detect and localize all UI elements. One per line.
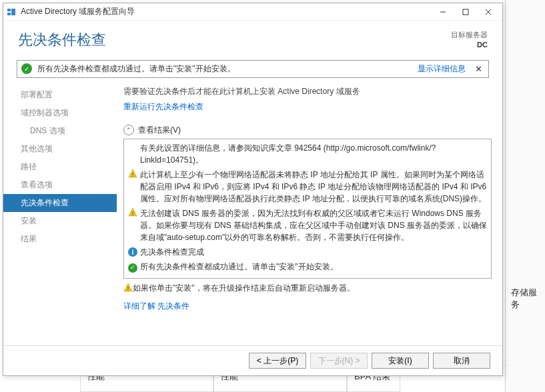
bg-storage-label: 存储服务 bbox=[511, 287, 545, 311]
maximize-button[interactable] bbox=[454, 5, 477, 19]
result-row: !此计算机上至少有一个物理网络适配器未将静态 IP 地址分配给其 IP 属性。如… bbox=[128, 169, 487, 205]
result-text: 无法创建该 DNS 服务器的委派，因为无法找到有权威的父区域或者它未运行 Win… bbox=[140, 207, 487, 243]
result-text: 此计算机上至少有一个物理网络适配器未将静态 IP 地址分配给其 IP 属性。如果… bbox=[140, 169, 487, 205]
warning-icon: ! bbox=[123, 283, 133, 292]
results-header: ⌃ 查看结果(V) bbox=[123, 125, 492, 136]
sidebar-item-4[interactable]: 路径 bbox=[3, 158, 117, 176]
result-row: !无法创建该 DNS 服务器的委派，因为无法找到有权威的父区域或者它未运行 Wi… bbox=[128, 207, 487, 243]
svg-rect-2 bbox=[7, 13, 11, 15]
svg-text:!: ! bbox=[132, 210, 134, 217]
sidebar-item-2[interactable]: DNS 选项 bbox=[3, 122, 117, 140]
svg-rect-0 bbox=[7, 9, 11, 11]
warning-icon: ! bbox=[128, 207, 137, 217]
previous-button[interactable]: < 上一步(P) bbox=[249, 353, 306, 369]
sidebar-item-1[interactable]: 域控制器选项 bbox=[3, 104, 117, 122]
collapse-toggle[interactable]: ⌃ bbox=[123, 125, 134, 135]
intro-text: 需要验证先决条件后才能在此计算机上安装 Active Directory 域服务 bbox=[123, 86, 492, 97]
results-header-label: 查看结果(V) bbox=[138, 125, 181, 136]
result-row: ✓所有先决条件检查都成功通过。请单击"安装"开始安装。 bbox=[128, 261, 487, 273]
header: 先决条件检查 目标服务器 DC bbox=[3, 21, 502, 57]
info-icon: i bbox=[128, 247, 137, 257]
wizard-window: Active Directory 域服务配置向导 先决条件检查 目标服务器 DC… bbox=[3, 3, 503, 376]
result-text: 先决条件检查完成 bbox=[140, 246, 487, 258]
success-icon: ✓ bbox=[128, 263, 137, 273]
sidebar-item-6: 先决条件检查 bbox=[3, 194, 117, 212]
sidebar-item-8[interactable]: 结果 bbox=[3, 230, 117, 248]
notice-close-button[interactable]: ✕ bbox=[472, 64, 484, 74]
learn-prefix: 详细了解 bbox=[123, 301, 157, 311]
result-text: 所有先决条件检查都成功通过。请单击"安装"开始安装。 bbox=[140, 261, 487, 273]
result-row: 有关此设置的详细信息，请参阅知识库文章 942564 (http://go.mi… bbox=[128, 142, 487, 166]
restart-warning: ! 如果你单击"安装"，将在升级操作结束后自动重新启动服务器。 bbox=[123, 283, 492, 294]
cancel-button[interactable]: 取消 bbox=[433, 353, 490, 369]
target-server-label: 目标服务器 bbox=[451, 30, 488, 40]
svg-text:!: ! bbox=[132, 171, 134, 178]
svg-text:!: ! bbox=[127, 285, 129, 292]
sidebar-item-5[interactable]: 查看选项 bbox=[3, 176, 117, 194]
sidebar: 部署配置域控制器选项DNS 选项其他选项路径查看选项先决条件检查安装结果 bbox=[3, 83, 117, 345]
minimize-button[interactable] bbox=[432, 5, 454, 19]
install-button[interactable]: 安装(I) bbox=[372, 353, 429, 369]
sidebar-item-3[interactable]: 其他选项 bbox=[3, 140, 117, 158]
footer: < 上一步(P) 下一步(N) > 安装(I) 取消 bbox=[3, 345, 502, 375]
next-button: 下一步(N) > bbox=[310, 353, 368, 369]
sidebar-item-0[interactable]: 部署配置 bbox=[3, 86, 117, 104]
main-panel: 需要验证先决条件后才能在此计算机上安装 Active Directory 域服务… bbox=[117, 83, 502, 345]
notice-text: 所有先决条件检查都成功通过。请单击"安装"开始安装。 bbox=[37, 63, 418, 75]
rerun-check-link[interactable]: 重新运行先决条件检查 bbox=[123, 101, 492, 113]
notice-bar: ✓ 所有先决条件检查都成功通过。请单击"安装"开始安装。 显示详细信息 ✕ bbox=[17, 60, 489, 78]
close-button[interactable] bbox=[477, 5, 500, 19]
sidebar-item-7[interactable]: 安装 bbox=[3, 212, 117, 230]
learn-more-link[interactable]: 先决条件 bbox=[157, 301, 189, 311]
learn-more: 详细了解 先决条件 bbox=[123, 301, 492, 312]
warning-icon: ! bbox=[128, 169, 137, 178]
target-server-block: 目标服务器 DC bbox=[451, 30, 488, 51]
result-text: 有关此设置的详细信息，请参阅知识库文章 942564 (http://go.mi… bbox=[140, 142, 487, 166]
target-server-name: DC bbox=[451, 40, 488, 50]
show-details-link[interactable]: 显示详细信息 bbox=[418, 63, 466, 75]
result-row: i先决条件检查完成 bbox=[128, 246, 487, 258]
window-title: Active Directory 域服务配置向导 bbox=[21, 6, 432, 17]
restart-warning-text: 如果你单击"安装"，将在升级操作结束后自动重新启动服务器。 bbox=[133, 283, 355, 294]
success-icon: ✓ bbox=[21, 63, 32, 74]
app-icon bbox=[6, 7, 17, 17]
titlebar: Active Directory 域服务配置向导 bbox=[3, 3, 502, 21]
svg-rect-4 bbox=[463, 9, 468, 15]
page-title: 先决条件检查 bbox=[18, 30, 451, 50]
svg-rect-1 bbox=[11, 9, 15, 15]
results-box[interactable]: 有关此设置的详细信息，请参阅知识库文章 942564 (http://go.mi… bbox=[123, 139, 492, 279]
